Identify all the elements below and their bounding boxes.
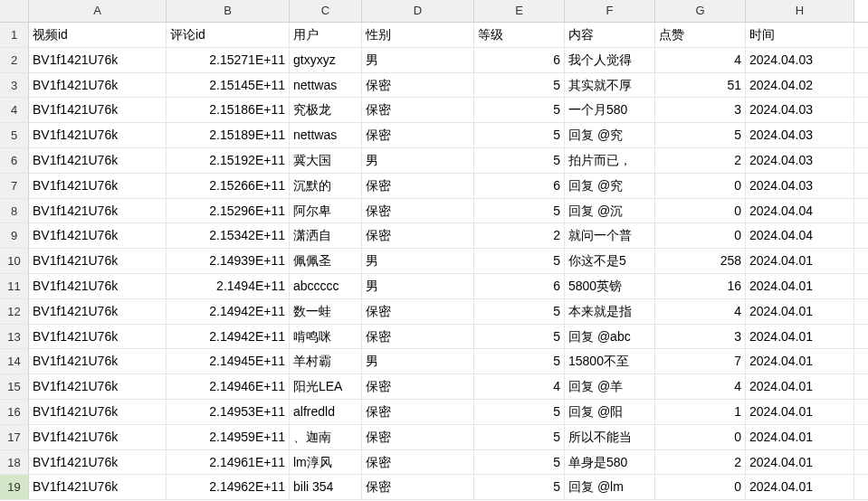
- cell[interactable]: 2.1494E+11: [167, 274, 290, 298]
- cell[interactable]: 2.14945E+11: [167, 349, 290, 373]
- cell[interactable]: 2.15342E+11: [167, 223, 290, 248]
- row-header[interactable]: 5: [0, 123, 29, 147]
- cell[interactable]: 2024.04.03: [746, 48, 854, 72]
- cell[interactable]: 2024.04.01: [746, 325, 854, 349]
- cell[interactable]: abccccc: [290, 274, 362, 298]
- cell[interactable]: BV1f1421U76k: [29, 199, 167, 223]
- cell[interactable]: 内容: [565, 23, 655, 47]
- row-header[interactable]: 4: [0, 98, 29, 122]
- cell[interactable]: 2024.04.03: [746, 174, 854, 198]
- cell[interactable]: nettwas: [290, 123, 362, 147]
- row-header[interactable]: 3: [0, 73, 29, 98]
- cell[interactable]: 4: [474, 374, 565, 399]
- row-header[interactable]: 15: [0, 374, 29, 399]
- cell[interactable]: 我个人觉得: [565, 48, 655, 72]
- cell[interactable]: 2.14962E+11: [167, 475, 290, 499]
- cell[interactable]: 5: [474, 199, 565, 223]
- cell[interactable]: 2.15189E+11: [167, 123, 290, 147]
- cell[interactable]: BV1f1421U76k: [29, 48, 167, 72]
- cell[interactable]: 2024.04.01: [746, 475, 854, 499]
- cell[interactable]: 保密: [362, 98, 474, 122]
- cell[interactable]: 回复 @沉: [565, 199, 655, 223]
- row-header[interactable]: 7: [0, 174, 29, 198]
- cell[interactable]: 本来就是指: [565, 299, 655, 324]
- cell[interactable]: BV1f1421U76k: [29, 349, 167, 373]
- cell[interactable]: 阿尔卑: [290, 199, 362, 223]
- cell[interactable]: 2024.04.04: [746, 223, 854, 248]
- cell[interactable]: 男: [362, 249, 474, 273]
- cell[interactable]: lm淳风: [290, 450, 362, 475]
- row-header[interactable]: 13: [0, 325, 29, 349]
- cell[interactable]: 保密: [362, 450, 474, 475]
- cell[interactable]: 2024.04.03: [746, 98, 854, 122]
- row-header[interactable]: 8: [0, 199, 29, 223]
- row-header[interactable]: 2: [0, 48, 29, 72]
- col-header-d[interactable]: D: [362, 0, 474, 22]
- cell[interactable]: 4: [655, 48, 746, 72]
- cell[interactable]: 保密: [362, 325, 474, 349]
- cell[interactable]: 3: [655, 98, 746, 122]
- cell[interactable]: 0: [655, 425, 746, 449]
- cell[interactable]: 回复 @abc: [565, 325, 655, 349]
- cell[interactable]: 回复 @究: [565, 123, 655, 147]
- cell[interactable]: 2.14946E+11: [167, 374, 290, 399]
- cell[interactable]: BV1f1421U76k: [29, 400, 167, 424]
- cell[interactable]: 潇洒自: [290, 223, 362, 248]
- cell[interactable]: nettwas: [290, 73, 362, 98]
- cell[interactable]: bili 354: [290, 475, 362, 499]
- cell[interactable]: 2.14942E+11: [167, 325, 290, 349]
- select-all-corner[interactable]: [0, 0, 29, 22]
- cell[interactable]: 5800英镑: [565, 274, 655, 298]
- cell[interactable]: 保密: [362, 174, 474, 198]
- row-header[interactable]: 1: [0, 23, 29, 47]
- col-header-f[interactable]: F: [565, 0, 655, 22]
- cell[interactable]: 佩佩圣: [290, 249, 362, 273]
- cell[interactable]: 就问一个普: [565, 223, 655, 248]
- col-header-g[interactable]: G: [655, 0, 746, 22]
- col-header-b[interactable]: B: [167, 0, 290, 22]
- cell[interactable]: 2024.04.01: [746, 349, 854, 373]
- cell[interactable]: 视频id: [29, 23, 167, 47]
- cell[interactable]: 2.15145E+11: [167, 73, 290, 98]
- cell[interactable]: 5: [474, 349, 565, 373]
- cell[interactable]: 2024.04.01: [746, 274, 854, 298]
- cell[interactable]: BV1f1421U76k: [29, 425, 167, 449]
- cell[interactable]: 5: [474, 299, 565, 324]
- cell[interactable]: 单身是580: [565, 450, 655, 475]
- cell[interactable]: 4: [655, 299, 746, 324]
- row-header[interactable]: 17: [0, 425, 29, 449]
- cell[interactable]: 2.15192E+11: [167, 148, 290, 173]
- cell[interactable]: 2024.04.04: [746, 199, 854, 223]
- cell[interactable]: 2.15296E+11: [167, 199, 290, 223]
- cell[interactable]: 5: [474, 249, 565, 273]
- cell[interactable]: BV1f1421U76k: [29, 73, 167, 98]
- cell[interactable]: 回复 @lm: [565, 475, 655, 499]
- cell[interactable]: BV1f1421U76k: [29, 274, 167, 298]
- cell[interactable]: 6: [474, 48, 565, 72]
- cell[interactable]: 2.15266E+11: [167, 174, 290, 198]
- cell[interactable]: 2.14961E+11: [167, 450, 290, 475]
- cell[interactable]: 5: [474, 425, 565, 449]
- cell[interactable]: 保密: [362, 223, 474, 248]
- cell[interactable]: 点赞: [655, 23, 746, 47]
- cell[interactable]: 15800不至: [565, 349, 655, 373]
- row-header[interactable]: 9: [0, 223, 29, 248]
- cell[interactable]: 2024.04.01: [746, 400, 854, 424]
- cell[interactable]: 冀大国: [290, 148, 362, 173]
- col-header-c[interactable]: C: [290, 0, 362, 22]
- cell[interactable]: 评论id: [167, 23, 290, 47]
- cell[interactable]: 羊村霸: [290, 349, 362, 373]
- cell[interactable]: 拍片而已，: [565, 148, 655, 173]
- cell[interactable]: 保密: [362, 425, 474, 449]
- cell[interactable]: BV1f1421U76k: [29, 450, 167, 475]
- cell[interactable]: 2024.04.01: [746, 299, 854, 324]
- cell[interactable]: 2024.04.03: [746, 123, 854, 147]
- cell[interactable]: 阳光LEA: [290, 374, 362, 399]
- cell[interactable]: 2.14959E+11: [167, 425, 290, 449]
- cell[interactable]: alfredld: [290, 400, 362, 424]
- cell[interactable]: 保密: [362, 73, 474, 98]
- cell[interactable]: 16: [655, 274, 746, 298]
- cell[interactable]: 保密: [362, 123, 474, 147]
- row-header[interactable]: 6: [0, 148, 29, 173]
- row-header[interactable]: 12: [0, 299, 29, 324]
